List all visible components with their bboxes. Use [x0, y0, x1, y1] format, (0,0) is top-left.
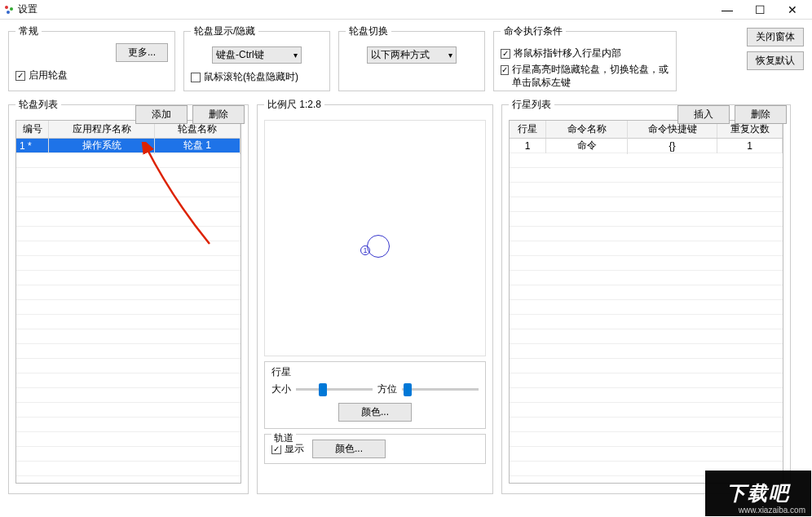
show-legend: 轮盘显示/隐藏 — [191, 24, 258, 38]
table-row[interactable] — [16, 153, 241, 168]
table-row[interactable] — [16, 359, 241, 373]
checkbox-icon: ✓ — [501, 49, 510, 59]
switch-dropdown[interactable]: 以下两种方式 — [367, 46, 457, 64]
general-legend: 常规 — [15, 24, 42, 38]
track-color-button[interactable]: 颜色... — [312, 440, 386, 458]
insert-button[interactable]: 插入 — [677, 105, 730, 124]
more-button[interactable]: 更多... — [116, 43, 168, 62]
table-row[interactable] — [16, 241, 241, 256]
orbit-number: 1 — [360, 245, 370, 255]
table-row[interactable] — [16, 462, 241, 476]
close-window-button[interactable]: 关闭窗体 — [747, 28, 804, 46]
table-row[interactable] — [510, 315, 783, 329]
planet-label: 行星 — [271, 365, 479, 379]
table-row[interactable] — [510, 388, 783, 403]
planet-table: 行星 命令名称 命令快捷键 重复次数 1 命令 {} 1 — [509, 120, 783, 484]
preview-area: 1 — [264, 120, 486, 356]
preview-group: 比例尺 1:2.8 1 行星 大小 方位 颜色... 轨道 — [257, 98, 493, 494]
table-row[interactable] — [510, 227, 783, 241]
close-button[interactable]: ✕ — [776, 1, 809, 19]
planet-list-legend: 行星列表 — [509, 98, 554, 112]
delete-planet-button[interactable]: 删除 — [735, 105, 787, 124]
cond-opt2-label: 行星高亮时隐藏轮盘，切换轮盘，或单击鼠标左键 — [512, 64, 669, 89]
col-planet[interactable]: 行星 — [510, 121, 546, 138]
condition-group: 命令执行条件 ✓ 将鼠标指针移入行星内部 ✓ 行星高亮时隐藏轮盘，切换轮盘，或单… — [493, 24, 677, 91]
app-icon — [3, 4, 15, 15]
table-row[interactable] — [510, 285, 783, 300]
table-row[interactable] — [16, 315, 241, 329]
table-row[interactable] — [510, 183, 783, 197]
table-row[interactable] — [510, 373, 783, 388]
table-row[interactable] — [510, 359, 783, 373]
table-row[interactable] — [16, 256, 241, 271]
checkbox-icon: ✓ — [501, 65, 509, 75]
switch-group: 轮盘切换 以下两种方式 — [338, 24, 485, 91]
table-row[interactable] — [510, 403, 783, 418]
table-row[interactable] — [16, 183, 241, 197]
table-row[interactable] — [510, 153, 783, 168]
table-row[interactable] — [510, 447, 783, 462]
table-row[interactable] — [16, 388, 241, 403]
track-label: 轨道 — [271, 431, 296, 445]
wheel-list-legend: 轮盘列表 — [15, 98, 61, 112]
table-row[interactable] — [510, 256, 783, 271]
color-button[interactable]: 颜色... — [338, 403, 412, 422]
table-row[interactable] — [510, 197, 783, 212]
table-row[interactable] — [16, 432, 241, 447]
table-row[interactable] — [510, 241, 783, 256]
show-group: 轮盘显示/隐藏 键盘-Ctrl键 鼠标滚轮(轮盘隐藏时) — [183, 24, 330, 91]
watermark-url: www.xiazaiba.com — [739, 506, 805, 515]
col-num[interactable]: 编号 — [16, 121, 49, 138]
cond-opt1-checkbox[interactable]: ✓ 将鼠标指针移入行星内部 — [501, 46, 621, 60]
cond-opt2-checkbox[interactable]: ✓ 行星高亮时隐藏轮盘，切换轮盘，或单击鼠标左键 — [501, 64, 669, 89]
col-cmd[interactable]: 命令名称 — [546, 121, 628, 138]
dir-slider[interactable] — [402, 388, 479, 391]
titlebar: 设置 — ☐ ✕ — [0, 0, 812, 20]
checkbox-icon: ✓ — [15, 71, 25, 81]
enable-wheel-checkbox[interactable]: ✓ 启用轮盘 — [15, 68, 68, 82]
table-row[interactable] — [16, 227, 241, 241]
orbit-circle-icon — [367, 235, 390, 258]
table-row[interactable] — [510, 168, 783, 183]
window-title: 设置 — [18, 2, 38, 16]
planet-list-group: 行星列表 插入 删除 行星 命令名称 命令快捷键 重复次数 1 命令 {} 1 — [501, 98, 791, 494]
delete-button[interactable]: 删除 — [192, 105, 245, 124]
mouse-scroll-checkbox[interactable]: 鼠标滚轮(轮盘隐藏时) — [191, 70, 298, 84]
add-button[interactable]: 添加 — [135, 105, 188, 124]
table-row[interactable] — [510, 344, 783, 359]
table-row[interactable] — [510, 271, 783, 285]
table-row[interactable] — [16, 285, 241, 300]
table-row[interactable] — [16, 344, 241, 359]
table-row[interactable] — [16, 300, 241, 315]
checkbox-icon — [191, 73, 201, 82]
wheel-list-group: 轮盘列表 添加 删除 编号 应用程序名称 轮盘名称 1 * 操作系统 轮盘 1 — [8, 98, 249, 494]
table-row[interactable]: 1 * 操作系统 轮盘 1 — [16, 139, 241, 153]
size-slider[interactable] — [296, 388, 373, 391]
table-row[interactable]: 1 命令 {} 1 — [510, 139, 783, 153]
table-row[interactable] — [16, 168, 241, 183]
table-row[interactable] — [510, 418, 783, 432]
table-row[interactable] — [16, 418, 241, 432]
planet-settings: 行星 大小 方位 颜色... — [264, 361, 486, 429]
wheel-table: 编号 应用程序名称 轮盘名称 1 * 操作系统 轮盘 1 — [15, 120, 241, 484]
table-row[interactable] — [16, 403, 241, 418]
table-row[interactable] — [16, 329, 241, 344]
table-row[interactable] — [16, 212, 241, 227]
track-settings: 轨道 ✓ 显示 颜色... — [264, 434, 486, 464]
table-row[interactable] — [510, 329, 783, 344]
minimize-button[interactable]: — — [711, 1, 744, 19]
table-row[interactable] — [510, 212, 783, 227]
condition-legend: 命令执行条件 — [501, 24, 566, 38]
restore-default-button[interactable]: 恢复默认 — [747, 51, 804, 70]
show-dropdown[interactable]: 键盘-Ctrl键 — [212, 46, 302, 64]
table-row[interactable] — [16, 373, 241, 388]
maximize-button[interactable]: ☐ — [744, 1, 776, 19]
enable-wheel-label: 启用轮盘 — [29, 68, 68, 82]
table-row[interactable] — [510, 432, 783, 447]
cond-opt1-label: 将鼠标指针移入行星内部 — [514, 46, 621, 60]
table-row[interactable] — [16, 197, 241, 212]
table-row[interactable] — [510, 300, 783, 315]
checkbox-icon: ✓ — [271, 444, 281, 454]
table-row[interactable] — [16, 447, 241, 462]
table-row[interactable] — [16, 271, 241, 285]
